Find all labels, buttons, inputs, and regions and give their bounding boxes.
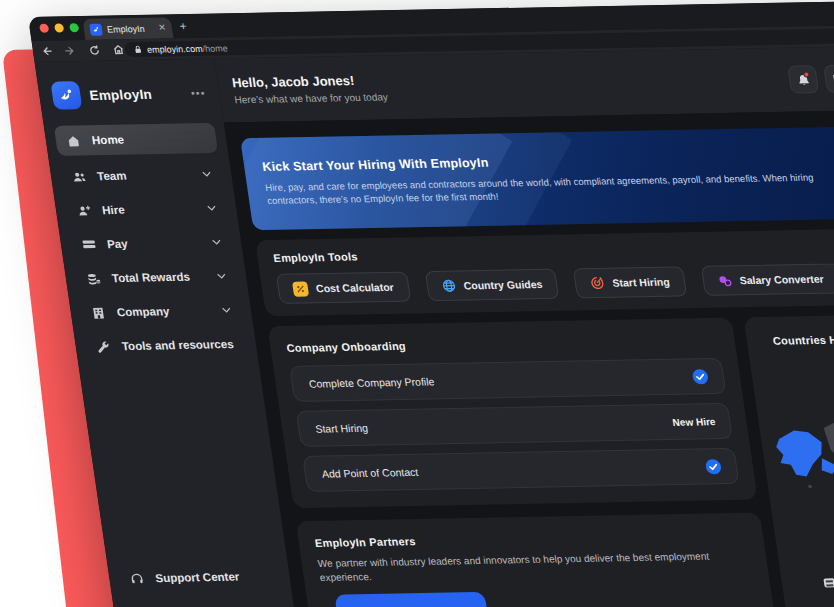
partners-body: We partner with industry leaders and inn… [317,549,741,585]
team-icon [70,170,87,183]
notifications-button[interactable] [787,65,819,94]
tools-card: EmployIn Tools Cost Calculator [255,228,834,316]
country-flag-icon [823,578,834,587]
countries-heading: Countries Hiring [772,332,834,346]
sidebar-menu-icon[interactable]: ••• [190,87,210,99]
partners-heading: EmployIn Partners [314,529,748,549]
building-icon [90,306,107,319]
close-tab-icon[interactable]: ✕ [158,23,167,32]
start-hiring-button[interactable]: Start Hiring [573,266,687,298]
headphones-icon [129,572,146,585]
reload-icon[interactable] [83,45,105,56]
zoom-window-button[interactable] [69,23,79,32]
sidebar-item-support-center[interactable]: Support Center [117,559,282,596]
brand-name: EmployIn [88,86,183,103]
sidebar-item-settings[interactable]: Settings [122,593,287,607]
wrench-icon [95,340,112,353]
back-icon[interactable] [35,46,57,57]
country-guides-button[interactable]: Country Guides [424,269,559,301]
globe-icon [441,279,457,293]
sidebar-item-tools-resources[interactable]: Tools and resources [83,327,248,364]
chevron-down-icon [202,171,212,177]
browser-tab[interactable]: EmployIn ✕ [82,17,173,40]
forward-icon[interactable] [59,45,81,56]
sidebar-nav: Home Team Hire [54,123,249,364]
messages-button[interactable] [823,65,834,94]
greeting-subtitle: Here’s what we have for you today [234,91,389,105]
task-start-hiring[interactable]: Start Hiring New Hire [296,403,733,447]
person-plus-icon [75,204,92,217]
cost-calculator-button[interactable]: Cost Calculator [276,272,411,304]
home-icon [65,134,82,147]
notification-badge [803,71,810,77]
lock-icon [133,45,142,54]
hero-banner: Kick Start Your Hiring With EmployIn Hir… [240,126,834,230]
sidebar-item-hire[interactable]: Hire [64,191,229,228]
check-circle-icon [691,368,710,385]
url-text: employin.com/home [146,43,228,55]
task-complete-company-profile[interactable]: Complete Company Profile [289,358,726,402]
partners-cta-button[interactable] [334,592,488,607]
new-tab-button[interactable]: + [179,20,188,32]
sidebar-item-total-rewards[interactable]: Total Rewards [74,259,239,296]
chevron-down-icon [212,239,222,245]
card-icon [80,238,97,250]
minimize-window-button[interactable] [54,23,64,32]
new-hire-badge[interactable]: New Hire [672,416,716,428]
onboarding-card: Company Onboarding Complete Company Prof… [267,317,757,508]
chevron-down-icon [207,205,217,211]
sidebar-item-team[interactable]: Team [59,157,224,194]
world-map [757,363,834,597]
content-area: Kick Start Your Hiring With EmployIn Hir… [224,110,834,607]
chevron-down-icon [217,273,227,279]
tools-heading: EmployIn Tools [273,241,834,264]
sidebar-item-company[interactable]: Company [78,293,243,330]
page-header: Hello, Jacob Jones! Here’s what we have … [215,46,834,122]
brand-row: EmployIn ••• [47,79,211,110]
employin-logo-icon [50,81,82,110]
target-icon [589,276,605,290]
sidebar-footer: Support Center Settings [117,559,287,607]
browser-window: EmployIn ✕ + employin.com/home [28,1,834,607]
check-circle-icon [704,458,723,475]
chevron-down-icon [221,307,231,313]
sidebar-item-pay[interactable]: Pay [69,225,234,262]
greeting: Hello, Jacob Jones! [231,72,386,90]
salary-converter-button[interactable]: Salary Converter [700,262,834,296]
coins-stack-icon [85,272,102,285]
task-add-point-of-contact[interactable]: Add Point of Contact [302,448,739,492]
close-window-button[interactable] [39,24,49,33]
onboarding-heading: Company Onboarding [286,334,720,354]
site-favicon [89,23,103,35]
calculator-icon [292,281,309,296]
tab-title: EmployIn [106,23,154,34]
window-controls [39,23,79,33]
coins-icon [717,274,733,287]
sidebar-item-home[interactable]: Home [54,123,218,156]
partners-card: EmployIn Partners We partner with indust… [296,512,777,607]
